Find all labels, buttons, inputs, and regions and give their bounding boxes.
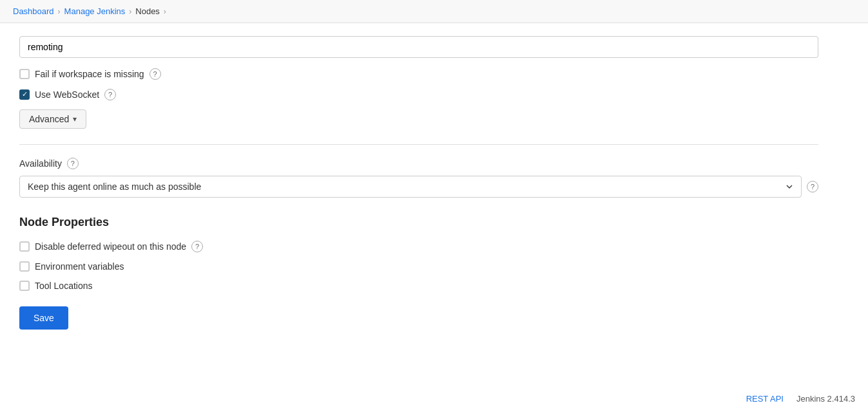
disable-wipeout-checkbox[interactable] (19, 241, 30, 252)
chevron-down-icon: ▾ (73, 115, 77, 124)
node-properties-title: Node Properties (19, 216, 818, 229)
tool-locations-label: Tool Locations (35, 281, 93, 291)
use-websocket-row: Use WebSocket ? (19, 89, 818, 100)
tool-locations-row: Tool Locations (19, 281, 818, 291)
disable-wipeout-row: Disable deferred wipeout on this node ? (19, 241, 818, 252)
disable-wipeout-help-icon[interactable]: ? (191, 241, 203, 252)
breadcrumb-sep-2: › (129, 7, 131, 16)
fail-workspace-row: Fail if workspace is missing ? (19, 68, 818, 80)
breadcrumb-sep-3: › (164, 7, 166, 16)
availability-help-icon[interactable]: ? (67, 158, 79, 169)
availability-dropdown-help-icon[interactable]: ? (807, 181, 818, 192)
advanced-button[interactable]: Advanced ▾ (19, 109, 86, 129)
remoting-input[interactable] (19, 36, 818, 58)
breadcrumb-sep-1: › (58, 7, 61, 16)
advanced-button-label: Advanced (29, 114, 69, 124)
breadcrumb-dashboard[interactable]: Dashboard (13, 6, 54, 16)
breadcrumb-manage-jenkins[interactable]: Manage Jenkins (64, 6, 126, 16)
breadcrumb-nodes: Nodes (135, 6, 160, 16)
use-websocket-checkbox[interactable] (19, 89, 30, 100)
env-variables-row: Environment variables (19, 261, 818, 272)
section-divider (19, 144, 818, 145)
use-websocket-label: Use WebSocket (35, 89, 99, 100)
env-variables-checkbox[interactable] (19, 261, 30, 272)
breadcrumb: Dashboard › Manage Jenkins › Nodes › (0, 0, 868, 23)
availability-label: Availability (19, 158, 62, 169)
tool-locations-checkbox[interactable] (19, 281, 30, 291)
availability-row: Availability ? (19, 158, 818, 169)
save-button[interactable]: Save (19, 306, 68, 330)
main-content: Fail if workspace is missing ? Use WebSo… (0, 23, 838, 342)
fail-workspace-label: Fail if workspace is missing (35, 69, 144, 79)
fail-workspace-checkbox[interactable] (19, 69, 30, 79)
availability-dropdown[interactable]: Keep this agent online as much as possib… (19, 176, 802, 198)
availability-dropdown-wrapper: Keep this agent online as much as possib… (19, 176, 818, 198)
node-properties-section: Node Properties Disable deferred wipeout… (19, 216, 818, 291)
fail-workspace-help-icon[interactable]: ? (149, 68, 161, 80)
use-websocket-help-icon[interactable]: ? (104, 89, 116, 100)
disable-wipeout-label: Disable deferred wipeout on this node (35, 241, 186, 252)
env-variables-label: Environment variables (35, 261, 124, 272)
